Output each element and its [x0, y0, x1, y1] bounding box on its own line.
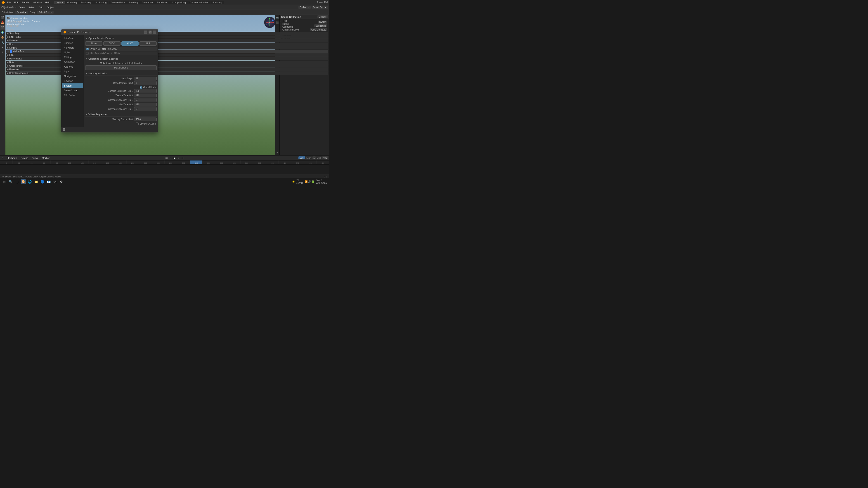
freestyle-section[interactable]: ▶ Freestyle — [280, 68, 328, 71]
gpu-i9[interactable]: 12th Gen Intel Core i9-12900K — [85, 52, 157, 55]
select-label[interactable]: 🖱 Select — [2, 175, 11, 178]
nav-system[interactable]: System — [62, 84, 83, 88]
menu-help[interactable]: Help — [44, 1, 52, 4]
disk-cache-checkbox[interactable] — [136, 123, 138, 125]
device-cuda[interactable]: CUDA — [103, 41, 121, 46]
jump-end-btn[interactable]: ⏭ — [181, 156, 185, 160]
nav-file-paths[interactable]: File Paths — [62, 93, 83, 97]
rotate-view-label[interactable]: Rotate View — [25, 175, 37, 178]
view-menu[interactable]: View — [18, 6, 26, 9]
tab-sculpting[interactable]: Sculpting — [79, 1, 93, 4]
search-taskbar[interactable]: 🔍 — [8, 179, 13, 184]
tab-uv-editing[interactable]: UV Editing — [93, 1, 108, 4]
tab-compositing[interactable]: Compositing — [170, 1, 188, 4]
timeline-body[interactable]: 0 20 40 60 80 100 120 140 160 180 200 22… — [0, 161, 329, 174]
drag-value[interactable]: Select Box ▼ — [37, 11, 54, 14]
menu-file[interactable]: File — [6, 1, 12, 4]
i9-checkbox[interactable] — [86, 52, 89, 55]
browser-taskbar[interactable]: 🌐 — [27, 179, 32, 184]
nav-navigation[interactable]: Navigation — [62, 74, 83, 78]
make-default-button[interactable]: Make Default — [85, 65, 157, 70]
view-full[interactable]: Full — [324, 1, 328, 4]
nav-editing[interactable]: Editing — [62, 55, 83, 60]
hamburger-menu[interactable]: ☰ — [63, 128, 66, 131]
nav-interface[interactable]: Interface — [62, 36, 83, 40]
device-optix[interactable]: OptiX — [121, 41, 138, 46]
device-hip[interactable]: HIP — [140, 41, 157, 46]
dialog-close[interactable]: ✕ — [153, 31, 156, 34]
gpu-rtx3090[interactable]: ✓ NVIDIA GeForce RTX 3090 — [85, 47, 157, 51]
dialog-maximize[interactable]: □ — [149, 31, 152, 34]
console-scrollback-input[interactable]: 256 — [134, 89, 157, 93]
marker-menu[interactable]: Marker — [40, 156, 51, 160]
task-view[interactable]: ⬚ — [14, 179, 20, 184]
box-select-label[interactable]: Box Select — [13, 175, 24, 178]
tab-texture-paint[interactable]: Texture Paint — [108, 1, 127, 4]
nav-lights[interactable]: Lights — [62, 50, 83, 55]
device-none[interactable]: None — [85, 41, 102, 46]
tab-scripting[interactable]: Scripting — [211, 1, 224, 4]
object-context-label[interactable]: Object Context Menu — [39, 175, 61, 178]
select-menu[interactable]: Select — [27, 6, 37, 9]
memory-cache-input[interactable]: 4096 — [134, 118, 157, 121]
tab-modeling[interactable]: Modeling — [65, 1, 79, 4]
texture-timeout-input[interactable]: 120 — [134, 94, 157, 97]
object-mode-label[interactable]: Object Mode ▼ — [1, 6, 17, 9]
nav-input[interactable]: Input — [62, 69, 83, 74]
menu-window[interactable]: Window — [32, 1, 43, 4]
os-section-title[interactable]: ▼ Operating System Settings — [85, 57, 157, 61]
tab-layout[interactable]: Layout — [54, 1, 65, 4]
video-section-title[interactable]: ▼ Video Sequencer — [85, 112, 157, 117]
nav-viewport[interactable]: Viewport — [62, 45, 83, 50]
menu-render[interactable]: Render — [20, 1, 31, 4]
dialog-minimize[interactable]: — — [144, 31, 147, 34]
gc-rate-input[interactable]: 60 — [134, 98, 157, 102]
view-menu-tl[interactable]: View — [31, 156, 39, 160]
play-btn[interactable]: ▶ — [173, 156, 176, 160]
chrome-taskbar[interactable]: 🔵 — [40, 179, 45, 184]
playback-menu[interactable]: Playback — [5, 156, 18, 160]
timeline-header: ⏱ Playback Keying View Marker ⏮ ◂ ▶ ▸ ⏭ … — [0, 156, 329, 161]
current-frame[interactable]: 295 — [299, 156, 305, 159]
prev-frame-btn[interactable]: ◂ — [169, 156, 172, 160]
nav-addons[interactable]: Add-ons — [62, 64, 83, 69]
bake-section[interactable]: ▶ Bake — [280, 61, 328, 64]
keying-menu[interactable]: Keying — [20, 156, 30, 160]
cycles-section-title[interactable]: ▼ Cycles Render Devices — [85, 36, 157, 40]
object-menu[interactable]: Object — [45, 6, 55, 9]
vbo-timeout-input[interactable]: 120 — [134, 103, 157, 106]
undo-steps-input[interactable]: 32 — [134, 77, 157, 80]
tab-animation[interactable]: Animation — [140, 1, 155, 4]
tab-rendering[interactable]: Rendering — [155, 1, 170, 4]
start-frame[interactable]: 1 — [312, 156, 316, 159]
menu-edit[interactable]: Edit — [13, 1, 20, 4]
nav-animation[interactable]: Animation — [62, 60, 83, 64]
rtx3090-checkbox[interactable]: ✓ — [86, 48, 89, 50]
orientation-value[interactable]: Default ▼ — [16, 11, 28, 14]
gc-rate2-input[interactable]: 60 — [134, 107, 157, 111]
mail-taskbar[interactable]: 📧 — [46, 179, 51, 184]
undo-memory-input[interactable]: 0 — [134, 81, 157, 85]
nav-keymap[interactable]: Keymap — [62, 79, 83, 83]
tab-shading[interactable]: Shading — [127, 1, 140, 4]
tab-geometry-nodes[interactable]: Geometry Nodes — [188, 1, 210, 4]
preferences-dialog[interactable]: 🔶 Blender Preferences — □ ✕ Interface Th… — [61, 29, 158, 132]
next-frame-btn[interactable]: ▸ — [177, 156, 180, 160]
select-box[interactable]: Select Box ▼ — [312, 6, 328, 9]
global-undo-checkbox[interactable]: ✓ — [140, 86, 142, 89]
settings-taskbar[interactable]: ⚙ — [59, 179, 64, 184]
nav-themes[interactable]: Themes — [62, 41, 83, 45]
memory-section-title[interactable]: ▼ Memory & Limits — [85, 71, 157, 76]
start-button[interactable]: ⊞ — [2, 179, 7, 184]
store-taskbar[interactable]: 🛍 — [53, 179, 57, 184]
add-menu[interactable]: Add — [37, 6, 45, 9]
explorer-taskbar[interactable]: 📁 — [33, 179, 38, 184]
gc-rate2-row: Garbage Collection Ra... 60 — [85, 107, 157, 111]
jump-start-btn[interactable]: ⏮ — [165, 156, 168, 160]
global-select[interactable]: Global ▼ — [299, 6, 311, 9]
color-management-section[interactable]: ▶ Color Management — [280, 71, 328, 75]
blender-taskbar[interactable]: 🎨 — [21, 179, 26, 184]
grease-pencil-section[interactable]: ▶ Grease Pencil — [280, 64, 328, 68]
nav-save-load[interactable]: Save & Load — [62, 88, 83, 93]
end-frame[interactable]: 480 — [322, 156, 328, 159]
